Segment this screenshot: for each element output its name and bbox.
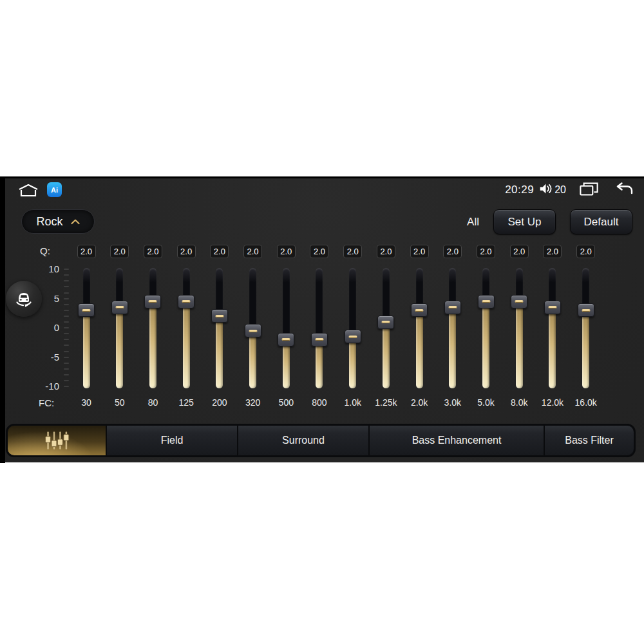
q-value-band-30[interactable]: 2.0 xyxy=(77,245,96,258)
recent-apps-icon[interactable] xyxy=(579,182,599,198)
speaker-icon xyxy=(539,183,553,197)
slider-track-80[interactable] xyxy=(149,268,156,388)
slider-gold-fill xyxy=(383,322,390,388)
q-value-band-125[interactable]: 2.0 xyxy=(177,245,196,258)
handle-dash xyxy=(115,306,124,308)
q-value-band-12.0k[interactable]: 2.0 xyxy=(543,245,562,258)
bottom-tab-bar: FieldSurroundBass EnhancementBass Filter xyxy=(6,424,635,457)
axis-tick xyxy=(64,380,69,381)
slider-handle-12.0k[interactable] xyxy=(544,301,561,314)
all-button[interactable]: All xyxy=(467,216,479,229)
axis-tick xyxy=(64,357,69,358)
handle-dash xyxy=(82,309,91,312)
tab-equalizer[interactable] xyxy=(8,426,106,455)
handle-dash xyxy=(315,338,323,341)
slider-handle-5.0k[interactable] xyxy=(478,295,495,308)
ai-assistant-icon[interactable]: Ai xyxy=(47,182,62,197)
slider-track-3.0k[interactable] xyxy=(449,268,456,388)
q-value-band-80[interactable]: 2.0 xyxy=(144,245,162,258)
slider-handle-1.0k[interactable] xyxy=(345,330,361,343)
tab-label: Bass Filter xyxy=(565,435,614,446)
slider-handle-320[interactable] xyxy=(245,324,261,337)
axis-tick xyxy=(64,345,69,346)
q-caption: Q: xyxy=(40,245,50,256)
screen: Ai 20:29 20 xyxy=(0,0,644,644)
tab-label: Field xyxy=(161,435,184,446)
slider-track-30[interactable] xyxy=(83,268,90,388)
slider-gold-fill xyxy=(449,307,456,388)
slider-handle-500[interactable] xyxy=(278,333,294,346)
q-value-band-2.0k[interactable]: 2.0 xyxy=(410,245,429,258)
status-bar: Ai 20:29 20 xyxy=(0,178,644,200)
slider-track-200[interactable] xyxy=(216,268,223,388)
q-value-band-1.25k[interactable]: 2.0 xyxy=(377,245,395,258)
slider-handle-80[interactable] xyxy=(144,295,161,308)
slider-handle-125[interactable] xyxy=(178,295,194,308)
slider-handle-50[interactable] xyxy=(111,301,128,314)
q-value-band-500[interactable]: 2.0 xyxy=(277,245,296,258)
axis-label--10: -10 xyxy=(26,381,59,392)
slider-gold-fill xyxy=(549,307,556,388)
slider-track-500[interactable] xyxy=(283,268,290,388)
slider-track-2.0k[interactable] xyxy=(416,268,423,388)
freq-label-16.0k: 16.0k xyxy=(567,397,605,408)
q-value-band-200[interactable]: 2.0 xyxy=(210,245,229,258)
q-value-band-3.0k[interactable]: 2.0 xyxy=(443,245,462,258)
q-value-band-16.0k[interactable]: 2.0 xyxy=(576,245,595,258)
slider-handle-2.0k[interactable] xyxy=(411,303,428,317)
q-value-band-320[interactable]: 2.0 xyxy=(243,245,262,258)
axis-tick xyxy=(64,269,69,270)
slider-handle-16.0k[interactable] xyxy=(578,303,594,317)
equalizer-sliders-icon xyxy=(43,430,70,451)
axis-tick xyxy=(64,286,69,287)
set-up-button[interactable]: Set Up xyxy=(493,209,556,234)
slider-handle-8.0k[interactable] xyxy=(511,295,527,308)
axis-tick xyxy=(64,274,69,276)
preset-label: Rock xyxy=(36,215,62,229)
clock: 20:29 xyxy=(505,184,534,196)
q-value-band-5.0k[interactable]: 2.0 xyxy=(477,245,495,258)
slider-track-12.0k[interactable] xyxy=(549,268,556,388)
slider-handle-200[interactable] xyxy=(211,309,228,323)
slider-track-16.0k[interactable] xyxy=(582,268,589,388)
slider-track-125[interactable] xyxy=(183,268,190,388)
slider-handle-3.0k[interactable] xyxy=(444,301,461,314)
axis-tick xyxy=(64,298,69,299)
tab-bass-enhancement[interactable]: Bass Enhancement xyxy=(368,426,544,455)
q-value-band-800[interactable]: 2.0 xyxy=(310,245,328,258)
handle-dash xyxy=(382,321,390,323)
slider-track-50[interactable] xyxy=(116,268,123,388)
handle-dash xyxy=(515,300,524,303)
slider-track-800[interactable] xyxy=(316,268,323,388)
slider-handle-1.25k[interactable] xyxy=(377,316,394,329)
handle-dash xyxy=(149,300,157,303)
handle-dash xyxy=(448,306,457,308)
handle-dash xyxy=(415,309,424,312)
tab-surround[interactable]: Surround xyxy=(237,426,368,455)
q-value-band-8.0k[interactable]: 2.0 xyxy=(510,245,529,258)
axis-tick xyxy=(64,327,69,328)
tab-field[interactable]: Field xyxy=(106,426,237,455)
slider-handle-800[interactable] xyxy=(311,333,328,346)
home-icon[interactable] xyxy=(17,184,40,198)
slider-gold-fill xyxy=(482,301,489,388)
tab-bass-filter[interactable]: Bass Filter xyxy=(544,426,634,455)
axis-tick xyxy=(64,292,69,294)
car-surround-icon[interactable] xyxy=(6,281,42,317)
slider-handle-30[interactable] xyxy=(78,303,95,317)
handle-dash xyxy=(582,309,590,312)
slider-track-5.0k[interactable] xyxy=(482,268,489,388)
q-value-band-1.0k[interactable]: 2.0 xyxy=(343,245,362,258)
slider-gold-fill xyxy=(316,339,323,388)
default-button[interactable]: Default xyxy=(570,209,632,234)
preset-dropdown[interactable]: Rock xyxy=(21,209,95,234)
back-arrow-icon[interactable] xyxy=(614,182,634,198)
axis-tick xyxy=(64,333,69,334)
slider-gold-fill xyxy=(416,310,423,388)
slider-gold-fill xyxy=(349,337,356,388)
slider-track-8.0k[interactable] xyxy=(516,268,523,388)
slider-track-1.0k[interactable] xyxy=(349,268,356,388)
axis-tick xyxy=(64,280,69,281)
q-value-band-50[interactable]: 2.0 xyxy=(110,245,129,258)
axis-tick xyxy=(64,374,69,375)
